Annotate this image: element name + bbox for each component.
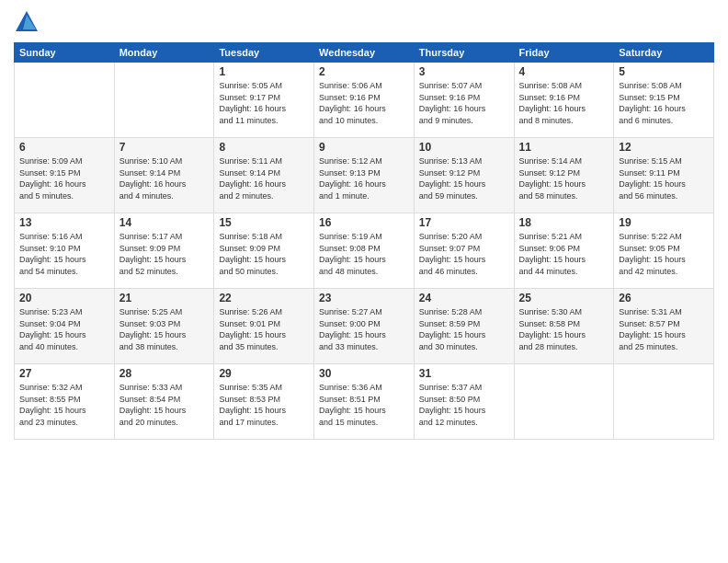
- calendar-cell: 20Sunrise: 5:23 AM Sunset: 9:04 PM Dayli…: [15, 289, 115, 364]
- calendar-cell: 24Sunrise: 5:28 AM Sunset: 8:59 PM Dayli…: [414, 289, 514, 364]
- day-info: Sunrise: 5:14 AM Sunset: 9:12 PM Dayligh…: [519, 155, 609, 201]
- day-info: Sunrise: 5:26 AM Sunset: 9:01 PM Dayligh…: [219, 306, 309, 352]
- calendar-cell: [15, 63, 115, 138]
- day-info: Sunrise: 5:22 AM Sunset: 9:05 PM Dayligh…: [619, 231, 709, 277]
- day-number: 31: [419, 367, 509, 380]
- calendar-cell: 29Sunrise: 5:35 AM Sunset: 8:53 PM Dayli…: [214, 364, 314, 440]
- calendar-cell: 12Sunrise: 5:15 AM Sunset: 9:11 PM Dayli…: [614, 138, 714, 213]
- calendar-cell: 9Sunrise: 5:12 AM Sunset: 9:13 PM Daylig…: [314, 138, 415, 213]
- weekday-header-monday: Monday: [114, 43, 214, 63]
- calendar: SundayMondayTuesdayWednesdayThursdayFrid…: [14, 42, 714, 440]
- logo-icon: [14, 9, 40, 35]
- day-info: Sunrise: 5:30 AM Sunset: 8:58 PM Dayligh…: [519, 306, 609, 352]
- calendar-cell: 4Sunrise: 5:08 AM Sunset: 9:16 PM Daylig…: [514, 63, 614, 138]
- weekday-header-friday: Friday: [514, 43, 614, 63]
- day-info: Sunrise: 5:21 AM Sunset: 9:06 PM Dayligh…: [519, 231, 609, 277]
- weekday-header-wednesday: Wednesday: [314, 43, 415, 63]
- calendar-week-row: 1Sunrise: 5:05 AM Sunset: 9:17 PM Daylig…: [15, 63, 714, 138]
- calendar-cell: 27Sunrise: 5:32 AM Sunset: 8:55 PM Dayli…: [15, 364, 115, 440]
- day-number: 9: [319, 141, 409, 154]
- calendar-week-row: 27Sunrise: 5:32 AM Sunset: 8:55 PM Dayli…: [15, 364, 714, 440]
- day-info: Sunrise: 5:05 AM Sunset: 9:17 PM Dayligh…: [219, 80, 309, 126]
- calendar-week-row: 6Sunrise: 5:09 AM Sunset: 9:15 PM Daylig…: [15, 138, 714, 213]
- day-info: Sunrise: 5:08 AM Sunset: 9:15 PM Dayligh…: [619, 80, 709, 126]
- day-number: 21: [119, 292, 210, 304]
- calendar-cell: 13Sunrise: 5:16 AM Sunset: 9:10 PM Dayli…: [15, 213, 115, 289]
- day-number: 14: [119, 216, 210, 229]
- day-number: 16: [319, 216, 409, 229]
- day-info: Sunrise: 5:20 AM Sunset: 9:07 PM Dayligh…: [419, 231, 509, 277]
- calendar-cell: 22Sunrise: 5:26 AM Sunset: 9:01 PM Dayli…: [214, 289, 314, 364]
- day-number: 15: [219, 216, 309, 229]
- day-info: Sunrise: 5:23 AM Sunset: 9:04 PM Dayligh…: [19, 306, 109, 352]
- day-info: Sunrise: 5:11 AM Sunset: 9:14 PM Dayligh…: [219, 155, 309, 201]
- day-info: Sunrise: 5:19 AM Sunset: 9:08 PM Dayligh…: [319, 231, 409, 277]
- day-number: 26: [619, 292, 709, 304]
- weekday-header-sunday: Sunday: [15, 43, 115, 63]
- day-info: Sunrise: 5:10 AM Sunset: 9:14 PM Dayligh…: [119, 155, 210, 201]
- calendar-cell: 5Sunrise: 5:08 AM Sunset: 9:15 PM Daylig…: [614, 63, 714, 138]
- logo: [14, 9, 41, 35]
- calendar-cell: 18Sunrise: 5:21 AM Sunset: 9:06 PM Dayli…: [514, 213, 614, 289]
- day-number: 7: [119, 141, 210, 154]
- weekday-header-saturday: Saturday: [614, 43, 714, 63]
- day-info: Sunrise: 5:31 AM Sunset: 8:57 PM Dayligh…: [619, 306, 709, 352]
- day-number: 24: [419, 292, 509, 304]
- calendar-cell: 28Sunrise: 5:33 AM Sunset: 8:54 PM Dayli…: [114, 364, 214, 440]
- calendar-cell: 31Sunrise: 5:37 AM Sunset: 8:50 PM Dayli…: [414, 364, 514, 440]
- day-info: Sunrise: 5:33 AM Sunset: 8:54 PM Dayligh…: [119, 382, 210, 428]
- day-info: Sunrise: 5:13 AM Sunset: 9:12 PM Dayligh…: [419, 155, 509, 201]
- calendar-week-row: 20Sunrise: 5:23 AM Sunset: 9:04 PM Dayli…: [15, 289, 714, 364]
- calendar-week-row: 13Sunrise: 5:16 AM Sunset: 9:10 PM Dayli…: [15, 213, 714, 289]
- day-info: Sunrise: 5:09 AM Sunset: 9:15 PM Dayligh…: [19, 155, 109, 201]
- day-number: 17: [419, 216, 509, 229]
- weekday-header-thursday: Thursday: [414, 43, 514, 63]
- day-number: 18: [519, 216, 609, 229]
- day-number: 25: [519, 292, 609, 304]
- calendar-cell: 30Sunrise: 5:36 AM Sunset: 8:51 PM Dayli…: [314, 364, 415, 440]
- calendar-cell: 17Sunrise: 5:20 AM Sunset: 9:07 PM Dayli…: [414, 213, 514, 289]
- day-info: Sunrise: 5:28 AM Sunset: 8:59 PM Dayligh…: [419, 306, 509, 352]
- calendar-cell: 21Sunrise: 5:25 AM Sunset: 9:03 PM Dayli…: [114, 289, 214, 364]
- day-number: 11: [519, 141, 609, 154]
- calendar-cell: 11Sunrise: 5:14 AM Sunset: 9:12 PM Dayli…: [514, 138, 614, 213]
- day-number: 5: [619, 65, 709, 78]
- day-info: Sunrise: 5:35 AM Sunset: 8:53 PM Dayligh…: [219, 382, 309, 428]
- day-info: Sunrise: 5:18 AM Sunset: 9:09 PM Dayligh…: [219, 231, 309, 277]
- day-number: 20: [19, 292, 109, 304]
- calendar-cell: 23Sunrise: 5:27 AM Sunset: 9:00 PM Dayli…: [314, 289, 415, 364]
- day-info: Sunrise: 5:25 AM Sunset: 9:03 PM Dayligh…: [119, 306, 210, 352]
- calendar-cell: 14Sunrise: 5:17 AM Sunset: 9:09 PM Dayli…: [114, 213, 214, 289]
- page: SundayMondayTuesdayWednesdayThursdayFrid…: [0, 0, 728, 563]
- calendar-cell: 7Sunrise: 5:10 AM Sunset: 9:14 PM Daylig…: [114, 138, 214, 213]
- day-info: Sunrise: 5:37 AM Sunset: 8:50 PM Dayligh…: [419, 382, 509, 428]
- day-info: Sunrise: 5:07 AM Sunset: 9:16 PM Dayligh…: [419, 80, 509, 126]
- day-number: 2: [319, 65, 409, 78]
- calendar-cell: 2Sunrise: 5:06 AM Sunset: 9:16 PM Daylig…: [314, 63, 415, 138]
- day-number: 8: [219, 141, 309, 154]
- day-info: Sunrise: 5:27 AM Sunset: 9:00 PM Dayligh…: [319, 306, 409, 352]
- calendar-cell: 1Sunrise: 5:05 AM Sunset: 9:17 PM Daylig…: [214, 63, 314, 138]
- calendar-cell: 26Sunrise: 5:31 AM Sunset: 8:57 PM Dayli…: [614, 289, 714, 364]
- day-number: 19: [619, 216, 709, 229]
- weekday-header-row: SundayMondayTuesdayWednesdayThursdayFrid…: [15, 43, 714, 63]
- calendar-cell: 6Sunrise: 5:09 AM Sunset: 9:15 PM Daylig…: [15, 138, 115, 213]
- day-number: 30: [319, 367, 409, 380]
- calendar-cell: 16Sunrise: 5:19 AM Sunset: 9:08 PM Dayli…: [314, 213, 415, 289]
- day-info: Sunrise: 5:06 AM Sunset: 9:16 PM Dayligh…: [319, 80, 409, 126]
- calendar-cell: 10Sunrise: 5:13 AM Sunset: 9:12 PM Dayli…: [414, 138, 514, 213]
- calendar-cell: 25Sunrise: 5:30 AM Sunset: 8:58 PM Dayli…: [514, 289, 614, 364]
- day-info: Sunrise: 5:16 AM Sunset: 9:10 PM Dayligh…: [19, 231, 109, 277]
- day-number: 13: [19, 216, 109, 229]
- calendar-cell: 3Sunrise: 5:07 AM Sunset: 9:16 PM Daylig…: [414, 63, 514, 138]
- day-number: 10: [419, 141, 509, 154]
- header: [14, 9, 714, 35]
- day-info: Sunrise: 5:08 AM Sunset: 9:16 PM Dayligh…: [519, 80, 609, 126]
- day-number: 29: [219, 367, 309, 380]
- calendar-cell: [114, 63, 214, 138]
- day-info: Sunrise: 5:15 AM Sunset: 9:11 PM Dayligh…: [619, 155, 709, 201]
- calendar-cell: [614, 364, 714, 440]
- day-info: Sunrise: 5:36 AM Sunset: 8:51 PM Dayligh…: [319, 382, 409, 428]
- day-number: 22: [219, 292, 309, 304]
- day-info: Sunrise: 5:32 AM Sunset: 8:55 PM Dayligh…: [19, 382, 109, 428]
